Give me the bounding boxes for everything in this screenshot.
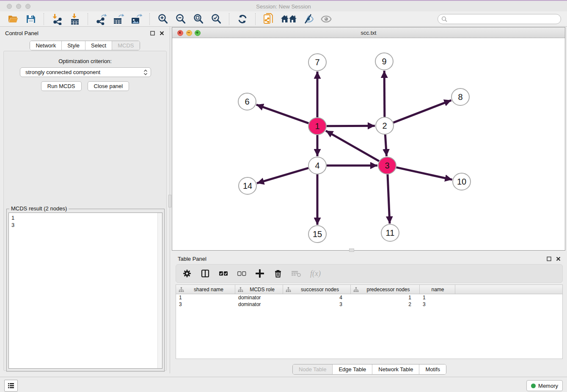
unselect-all-icon bbox=[237, 271, 246, 276]
float-panel-icon[interactable] bbox=[149, 30, 155, 36]
export-table-icon bbox=[113, 13, 125, 25]
search-input[interactable] bbox=[450, 16, 557, 22]
tab-network-table[interactable]: Network Table bbox=[372, 364, 419, 374]
columns-icon bbox=[201, 269, 209, 278]
tab-node-table[interactable]: Node Table bbox=[293, 364, 333, 374]
graph-node-14[interactable]: 14 bbox=[239, 177, 256, 194]
graph-edge-3-1[interactable] bbox=[326, 131, 379, 161]
network-graph[interactable]: 7968124314101511 bbox=[172, 38, 565, 250]
graph-edge-3-10[interactable] bbox=[396, 167, 452, 179]
tab-edge-table[interactable]: Edge Table bbox=[332, 364, 372, 374]
toolbar-separator bbox=[149, 13, 150, 25]
zoom-selected-button[interactable] bbox=[210, 13, 223, 25]
zoom-in-button[interactable] bbox=[157, 13, 169, 25]
delete-row-button[interactable] bbox=[273, 268, 283, 279]
criterion-value: strongly connected component bbox=[25, 69, 143, 75]
mcds-panel: Optimization criterion: strongly connect… bbox=[3, 51, 167, 371]
svg-text:f(x): f(x) bbox=[310, 269, 321, 278]
select-stepper-icon bbox=[143, 69, 148, 76]
export-image-icon bbox=[131, 13, 143, 25]
table-row[interactable]: 3dominator323 bbox=[176, 301, 562, 308]
unselect-all-columns-button[interactable] bbox=[237, 268, 247, 279]
network-view-window: scc.txt 7968124314101511 bbox=[172, 27, 565, 251]
node-table[interactable]: shared nameMCDS rolesuccessor nodesprede… bbox=[176, 284, 563, 359]
cell-shared-name: 1 bbox=[176, 295, 235, 301]
horizontal-splitter-handle[interactable] bbox=[349, 248, 354, 252]
zoom-out-button[interactable] bbox=[174, 13, 187, 25]
graph-edge-1-6[interactable] bbox=[256, 105, 309, 123]
control-panel-title: Control Panel bbox=[5, 30, 146, 36]
duplicate-network-button[interactable] bbox=[262, 13, 275, 25]
criterion-select[interactable]: strongly connected component bbox=[20, 67, 151, 77]
export-image-button[interactable] bbox=[130, 13, 143, 25]
memory-status-dot bbox=[531, 384, 536, 388]
save-session-button[interactable] bbox=[25, 13, 37, 25]
add-row-button[interactable] bbox=[255, 268, 265, 279]
refresh-network-button[interactable] bbox=[236, 13, 249, 25]
tab-mcds[interactable]: MCDS bbox=[112, 41, 139, 50]
table-body: 1dominator4113dominator323 bbox=[176, 294, 562, 308]
graph-node-11[interactable]: 11 bbox=[381, 224, 399, 241]
show-graphics-details-button[interactable] bbox=[320, 13, 333, 25]
toolbar-separator bbox=[88, 13, 88, 25]
control-panel-header: Control Panel bbox=[0, 27, 170, 39]
graph-node-1[interactable]: 1 bbox=[308, 118, 326, 135]
close-panel-icon[interactable] bbox=[555, 256, 561, 262]
tab-motifs[interactable]: Motifs bbox=[419, 364, 446, 374]
graph-edge-1-2[interactable] bbox=[327, 126, 375, 126]
table-toolbar: f(x) bbox=[176, 264, 563, 283]
graph-node-3[interactable]: 3 bbox=[378, 157, 396, 174]
graph-node-9[interactable]: 9 bbox=[375, 53, 393, 70]
zoom-fit-icon bbox=[193, 13, 204, 25]
export-network-button[interactable] bbox=[95, 13, 107, 25]
svg-text:6: 6 bbox=[245, 97, 249, 106]
export-table-button[interactable] bbox=[113, 13, 125, 25]
close-panel-button[interactable]: Close panel bbox=[88, 81, 129, 91]
import-table-button[interactable] bbox=[69, 13, 81, 25]
column-header-predecessor-nodes[interactable]: predecessor nodes bbox=[351, 285, 420, 294]
column-header-shared-name[interactable]: shared name bbox=[176, 285, 235, 294]
table-settings-button[interactable] bbox=[182, 268, 192, 279]
main-toolbar bbox=[0, 11, 567, 27]
network-window-titlebar[interactable]: scc.txt bbox=[172, 28, 565, 38]
memory-button[interactable]: Memory bbox=[526, 380, 563, 391]
show-all-networks-button[interactable] bbox=[280, 13, 297, 25]
zoom-fit-button[interactable] bbox=[192, 13, 205, 25]
task-history-button[interactable] bbox=[4, 380, 18, 392]
tab-select[interactable]: Select bbox=[85, 41, 112, 50]
close-panel-icon[interactable] bbox=[159, 30, 165, 36]
result-scrollbar[interactable] bbox=[157, 213, 162, 368]
show-column-panel-button[interactable] bbox=[200, 268, 210, 279]
mcds-result-area[interactable]: 1 3 bbox=[8, 213, 162, 369]
graph-edge-2-8[interactable] bbox=[394, 100, 451, 123]
column-header-MCDS-role[interactable]: MCDS role bbox=[235, 285, 283, 294]
graph-node-2[interactable]: 2 bbox=[376, 117, 394, 134]
tab-network[interactable]: Network bbox=[30, 41, 61, 50]
graph-node-4[interactable]: 4 bbox=[308, 157, 326, 174]
graph-node-8[interactable]: 8 bbox=[451, 88, 469, 105]
import-network-button[interactable] bbox=[51, 13, 63, 25]
column-header-successor-nodes[interactable]: successor nodes bbox=[283, 285, 351, 294]
trash-icon bbox=[274, 269, 282, 278]
delete-table-button[interactable] bbox=[291, 268, 301, 279]
graph-node-7[interactable]: 7 bbox=[308, 54, 326, 71]
select-all-columns-button[interactable] bbox=[218, 268, 228, 279]
float-panel-icon[interactable] bbox=[546, 256, 552, 262]
column-header-name[interactable]: name bbox=[420, 285, 455, 294]
graph-edge-2-3[interactable] bbox=[385, 135, 386, 156]
graph-edge-4-14[interactable] bbox=[257, 168, 308, 183]
graph-node-6[interactable]: 6 bbox=[238, 93, 256, 110]
open-session-button[interactable] bbox=[7, 13, 19, 25]
graph-edge-3-11[interactable] bbox=[388, 174, 390, 224]
graph-node-15[interactable]: 15 bbox=[308, 226, 326, 243]
tab-style[interactable]: Style bbox=[61, 41, 85, 50]
hide-graphics-details-button[interactable] bbox=[302, 13, 315, 25]
graph-edge-2-9[interactable] bbox=[384, 71, 385, 117]
svg-text:9: 9 bbox=[382, 57, 386, 66]
graph-node-10[interactable]: 10 bbox=[453, 173, 471, 190]
select-all-icon bbox=[219, 271, 228, 276]
vertical-splitter-handle[interactable] bbox=[168, 195, 171, 207]
table-row[interactable]: 1dominator411 bbox=[176, 294, 562, 301]
apply-function-button[interactable]: f(x) bbox=[309, 268, 324, 279]
run-mcds-button[interactable]: Run MCDS bbox=[41, 81, 82, 91]
